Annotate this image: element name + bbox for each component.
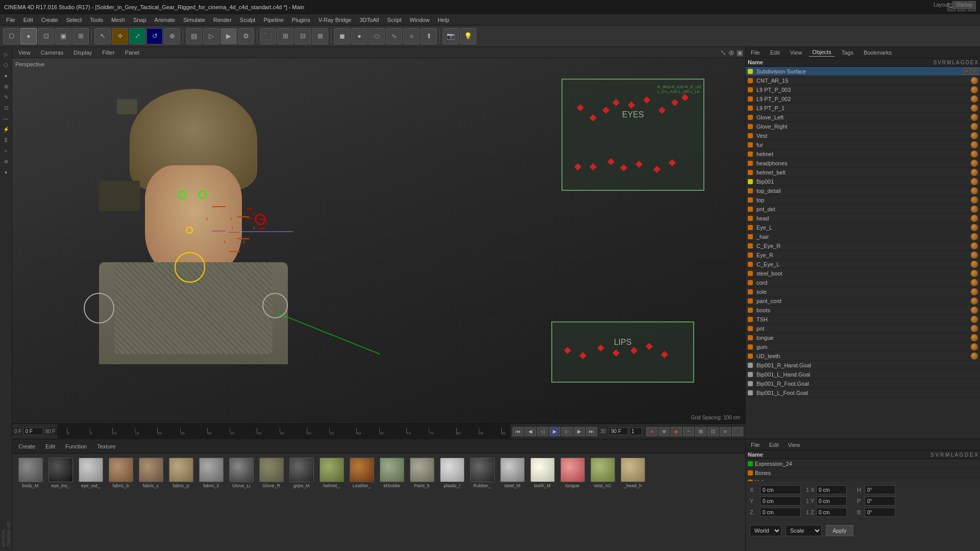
menu-help[interactable]: Help xyxy=(434,16,454,24)
viewport[interactable]: R_IRIS R_IUD R_D_UDL_D L_IUD L_UD L_LS E… xyxy=(12,58,745,423)
tool-cylinder[interactable]: ⬭ xyxy=(369,28,385,44)
material-tab-edit[interactable]: Edit xyxy=(41,442,59,450)
viewport-tab-panel[interactable]: Panel xyxy=(121,48,143,57)
timeline-key-btn[interactable]: ◆ xyxy=(671,427,682,436)
material-Rubber[interactable]: Rubber_ xyxy=(468,458,496,488)
rig-eye-r[interactable] xyxy=(199,191,207,199)
obj-check-2[interactable]: ✓ xyxy=(971,68,978,75)
menu-select[interactable]: Select xyxy=(62,16,86,24)
material-eye_ins[interactable]: eye_ins_ xyxy=(46,458,75,488)
sidebar-icon-8[interactable]: ⚡ xyxy=(1,124,11,134)
menu-file[interactable]: File xyxy=(2,16,19,24)
tool-light[interactable]: 💡 xyxy=(460,28,476,44)
hex-3[interactable] xyxy=(224,232,244,252)
tool-rotate[interactable]: ↺ xyxy=(146,28,163,44)
obj-row-biplfg[interactable]: Bip001_L_Foot.Goal xyxy=(746,388,980,397)
end-frame-input[interactable] xyxy=(609,428,628,435)
menu-plugins[interactable]: Plugins xyxy=(288,16,314,24)
rig-neck[interactable] xyxy=(175,252,205,283)
timeline-view-btn[interactable]: ⬛ xyxy=(732,427,743,436)
obj-row-gloveright[interactable]: Glove_Right xyxy=(746,122,980,131)
material-tab-create[interactable]: Create xyxy=(14,442,39,450)
coord-x-input[interactable] xyxy=(760,485,801,494)
material-teeth_M[interactable]: teeth_M xyxy=(528,458,556,488)
obj-row-bip001[interactable]: Bip001 xyxy=(746,177,980,186)
obj-row-biprhg[interactable]: Bip001_R_Hand.Goal xyxy=(746,361,980,370)
menu-snap[interactable]: Snap xyxy=(129,16,151,24)
tool-loft[interactable]: ⟡ xyxy=(403,28,420,44)
coord-1x-input[interactable] xyxy=(816,485,847,494)
menu-script[interactable]: Script xyxy=(383,16,405,24)
bottom-right-tab-view[interactable]: View xyxy=(785,441,803,449)
coord-p-input[interactable] xyxy=(865,496,895,506)
scene-obj-helper[interactable]: Helper xyxy=(746,478,980,481)
bottom-right-tab-file[interactable]: File xyxy=(748,441,763,449)
obj-row-tongue[interactable]: tongue xyxy=(746,333,980,342)
material-eye_out[interactable]: eye_out_ xyxy=(77,458,105,488)
tool-camera[interactable]: 📷 xyxy=(443,28,459,44)
obj-subdivision-surface[interactable]: Subdivision Surface ✓ ✓ xyxy=(746,67,980,76)
sidebar-icon-2[interactable]: ⬡ xyxy=(1,60,11,70)
obj-row-eyel[interactable]: Eye_L xyxy=(746,223,980,232)
material-Glove_R[interactable]: Glove_R xyxy=(257,458,285,488)
menu-mesh[interactable]: Mesh xyxy=(107,16,129,24)
sidebar-icon-6[interactable]: ⊡ xyxy=(1,103,11,113)
tool-curve[interactable]: ∿ xyxy=(386,28,402,44)
obj-row-head[interactable]: head xyxy=(746,214,980,223)
rig-shoulder-r[interactable] xyxy=(262,293,288,318)
coord-z-input[interactable] xyxy=(760,508,801,517)
obj-row-pantcord[interactable]: pant_cord xyxy=(746,296,980,306)
material-tab-texture[interactable]: Texture xyxy=(93,442,119,450)
obj-row-steelboot[interactable]: steel_boot xyxy=(746,269,980,278)
sidebar-icon-11[interactable]: ⊕ xyxy=(1,156,11,166)
coord-y-input[interactable] xyxy=(760,496,801,506)
obj-row-biplhg[interactable]: Bip001_L_Hand.Goal xyxy=(746,370,980,379)
obj-row-udteeth[interactable]: UD_teeth xyxy=(746,352,980,361)
rig-eye-l[interactable] xyxy=(178,191,186,199)
timeline-layer-btn[interactable]: ≡ xyxy=(720,427,731,436)
menu-pipeline[interactable]: Pipeline xyxy=(259,16,287,24)
obj-row-ceyer[interactable]: C_Eye_R xyxy=(746,241,980,251)
material-fabric_p[interactable]: fabric_p xyxy=(167,458,195,488)
viewport-camera-icon[interactable]: ⊕ xyxy=(728,48,734,57)
viewport-tab-cameras[interactable]: Cameras xyxy=(37,48,68,57)
timeline-curves-btn[interactable]: ~ xyxy=(683,427,694,436)
scene-obj-bones[interactable]: Bones xyxy=(746,468,980,478)
sidebar-icon-7[interactable]: — xyxy=(1,113,11,123)
play-prev-frame-btn[interactable]: ◁ xyxy=(537,427,548,436)
obj-row-biprfg[interactable]: Bip001_R_Foot.Goal xyxy=(746,379,980,388)
play-start-btn[interactable]: ⏮ xyxy=(512,427,524,436)
bottom-right-tab-edit[interactable]: Edit xyxy=(766,441,782,449)
obj-row-sole[interactable]: sole xyxy=(746,287,980,296)
material-Leather[interactable]: Leather_ xyxy=(348,458,376,488)
rig-shoulder-l[interactable] xyxy=(84,293,114,323)
right-tab-bookmarks[interactable]: Bookmarks xyxy=(861,48,895,57)
tool-sphere[interactable]: ● xyxy=(351,28,368,44)
material-helmet[interactable]: helmet_ xyxy=(317,458,346,488)
material-MSoldie[interactable]: MSoldie xyxy=(378,458,406,488)
viewport-tab-display[interactable]: Display xyxy=(69,48,96,57)
obj-row-headphones[interactable]: headphones xyxy=(746,159,980,168)
menu-tools[interactable]: Tools xyxy=(86,16,107,24)
tool-poly-mode[interactable]: ▣ xyxy=(55,28,71,44)
tool-extrude[interactable]: ⬆ xyxy=(421,28,437,44)
world-select[interactable]: World Object xyxy=(750,525,781,536)
obj-row-l9pt002[interactable]: L9 PT_P_002 xyxy=(746,94,980,104)
menu-render[interactable]: Render xyxy=(209,16,236,24)
tool-render-settings[interactable]: ⚙ xyxy=(238,28,254,44)
obj-row-helmetbelt[interactable]: helmet_belt xyxy=(746,168,980,177)
tool-render-region[interactable]: ▤ xyxy=(186,28,202,44)
menu-sculpt[interactable]: Sculpt xyxy=(236,16,260,24)
material-Paint_b[interactable]: Paint_b xyxy=(408,458,436,488)
tool-edge-mode[interactable]: ⊡ xyxy=(38,28,54,44)
right-tab-objects[interactable]: Objects xyxy=(809,48,834,57)
play-next-btn[interactable]: ▶ xyxy=(574,427,585,436)
obj-row-gum[interactable]: gum xyxy=(746,342,980,352)
material-Vest_AC[interactable]: Vest_AC xyxy=(589,458,617,488)
obj-row-gloveleft[interactable]: Glove_Left xyxy=(746,113,980,122)
sidebar-icon-10[interactable]: ≈ xyxy=(1,145,11,156)
material-steel_M[interactable]: steel_M xyxy=(498,458,526,488)
viewport-tab-view[interactable]: View xyxy=(14,48,35,57)
obj-row-top[interactable]: top xyxy=(746,195,980,205)
layout-preset[interactable]: Startup xyxy=(952,1,976,9)
